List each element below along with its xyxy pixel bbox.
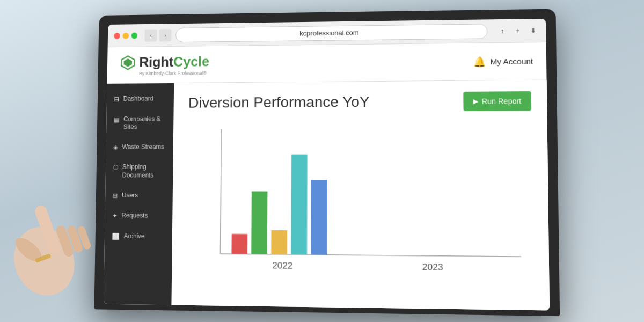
site-header: RightCycle By Kimberly-Clark Professiona… xyxy=(107,42,547,84)
browser-actions: ↑ + ⬇ xyxy=(496,25,539,37)
svg-line-2 xyxy=(220,129,221,254)
header-right: 🔔 My Account xyxy=(474,55,533,68)
sidebar: ⊟ Dashboard ▦ Companies & Sites ◈ Waste … xyxy=(104,83,174,305)
forward-button[interactable]: › xyxy=(159,29,171,42)
chart-svg: 2022 2023 xyxy=(186,122,533,287)
sidebar-item-waste-streams[interactable]: ◈ Waste Streams xyxy=(106,138,173,157)
maximize-button[interactable] xyxy=(131,32,138,39)
users-icon: ⊞ xyxy=(113,192,118,200)
sidebar-label-archive: Archive xyxy=(124,232,145,241)
bar-green-2022 xyxy=(251,191,267,254)
main-content: ⊟ Dashboard ▦ Companies & Sites ◈ Waste … xyxy=(104,80,550,311)
logo-area: RightCycle By Kimberly-Clark Professiona… xyxy=(120,53,210,76)
dashboard-icon: ⊟ xyxy=(114,96,119,104)
chart-area: 2022 2023 xyxy=(186,122,533,287)
x-label-2023: 2023 xyxy=(422,262,443,273)
sidebar-label-users: Users xyxy=(122,192,138,200)
sidebar-label-waste: Waste Streams xyxy=(122,143,164,151)
companies-icon: ▦ xyxy=(114,116,120,124)
dashboard-header: Diversion Performance YoY ▶ Run Report xyxy=(188,91,532,113)
play-icon: ▶ xyxy=(473,98,478,105)
sidebar-item-requests[interactable]: ✦ Requests xyxy=(105,207,172,226)
notifications-icon[interactable]: 🔔 xyxy=(474,56,486,68)
sidebar-item-companies-sites[interactable]: ▦ Companies & Sites xyxy=(106,109,174,136)
bar-yellow-2022 xyxy=(271,230,287,254)
shipping-icon: ⬡ xyxy=(113,164,118,172)
add-tab-button[interactable]: + xyxy=(511,25,524,36)
waste-icon: ◈ xyxy=(113,144,118,152)
minimize-button[interactable] xyxy=(122,32,129,39)
sidebar-item-users[interactable]: ⊞ Users xyxy=(105,186,173,206)
dashboard-title: Diversion Performance YoY xyxy=(188,93,370,112)
url-text: kcprofessional.com xyxy=(299,28,358,37)
back-button[interactable]: ‹ xyxy=(144,29,157,41)
back-icon: ‹ xyxy=(150,32,152,39)
svg-marker-1 xyxy=(124,58,133,67)
run-report-label: Run Report xyxy=(482,97,522,106)
screen-bezel: ‹ › kcprofessional.com ↑ + ⬇ xyxy=(104,19,550,311)
traffic-lights xyxy=(114,32,137,39)
requests-icon: ✦ xyxy=(112,212,118,220)
sidebar-label-dashboard: Dashboard xyxy=(123,95,154,104)
bar-red-2022 xyxy=(231,234,247,254)
sidebar-item-dashboard[interactable]: ⊟ Dashboard xyxy=(107,90,174,109)
bar-teal-2022 xyxy=(291,155,307,255)
archive-icon: ⬜ xyxy=(112,233,120,241)
sidebar-item-archive[interactable]: ⬜ Archive xyxy=(105,227,172,247)
logo-main: RightCycle xyxy=(120,53,210,71)
forward-icon: › xyxy=(164,32,166,38)
bar-blue-2022 xyxy=(311,180,327,254)
sidebar-label-shipping: Shipping Documents xyxy=(122,163,165,180)
dashboard-content: Diversion Performance YoY ▶ Run Report xyxy=(171,80,550,311)
address-bar[interactable]: kcprofessional.com xyxy=(175,24,488,42)
sidebar-label-companies: Companies & Sites xyxy=(123,115,166,131)
laptop-shell: ‹ › kcprofessional.com ↑ + ⬇ xyxy=(94,9,560,317)
sidebar-item-shipping-documents[interactable]: ⬡ Shipping Documents xyxy=(106,158,173,185)
run-report-button[interactable]: ▶ Run Report xyxy=(464,91,532,111)
close-button[interactable] xyxy=(114,33,120,39)
page-wrapper: ‹ › kcprofessional.com ↑ + ⬇ xyxy=(0,0,644,322)
laptop: ‹ › kcprofessional.com ↑ + ⬇ xyxy=(94,9,560,317)
x-label-2022: 2022 xyxy=(272,260,292,271)
sidebar-label-requests: Requests xyxy=(121,212,148,221)
logo-icon xyxy=(120,54,136,71)
downloads-button[interactable]: ⬇ xyxy=(527,25,539,36)
browser-nav: ‹ › xyxy=(144,29,171,42)
logo-cycle: Cycle xyxy=(173,54,209,70)
logo-subtitle: By Kimberly-Clark Professional® xyxy=(139,70,207,76)
my-account-button[interactable]: My Account xyxy=(490,56,533,66)
share-button[interactable]: ↑ xyxy=(496,25,509,36)
website: RightCycle By Kimberly-Clark Professiona… xyxy=(104,42,550,310)
logo-text: RightCycle xyxy=(139,54,209,70)
